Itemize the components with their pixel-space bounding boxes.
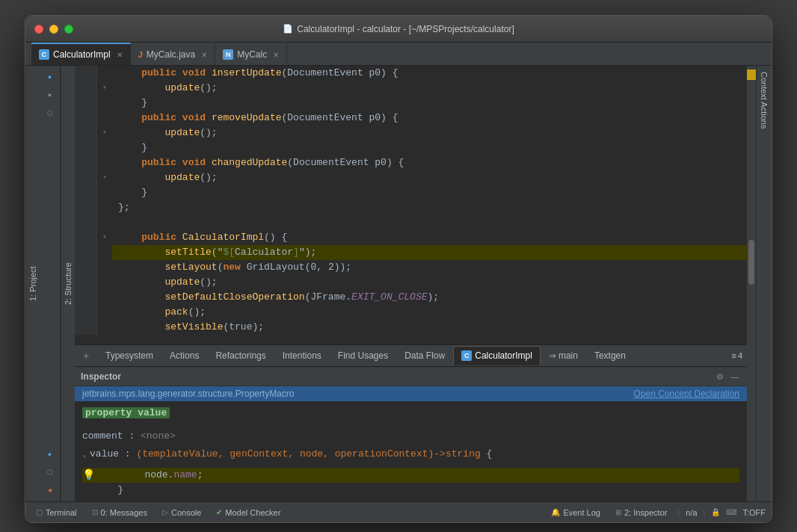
tab-close-mycalc[interactable]: ✕ — [273, 51, 279, 59]
tab-mycalc[interactable]: N MyCalc ✕ — [215, 43, 287, 65]
tab-data-flow[interactable]: Data Flow — [396, 346, 453, 365]
sidebar-item-structure[interactable]: 2: Structure — [61, 66, 75, 501]
code-content — [112, 215, 747, 230]
gutter-icon-6[interactable]: ✦ — [42, 482, 58, 498]
scrollbar-thumb[interactable] — [748, 240, 754, 285]
line-gutter — [75, 66, 97, 81]
fold-gutter[interactable] — [97, 66, 112, 81]
fold-gutter[interactable] — [97, 155, 112, 170]
code-content: update(); — [112, 81, 747, 96]
tab-calculator-impl-bottom[interactable]: C CalculatorImpl — [453, 346, 541, 365]
fold-gutter[interactable] — [97, 96, 112, 111]
gutter-icon-4[interactable]: ● — [42, 446, 58, 463]
fold-gutter[interactable]: ▾ — [97, 126, 112, 140]
maximize-button[interactable] — [64, 25, 73, 34]
inspector-row-value: ▾ value : (templateValue, genContext, no… — [82, 447, 739, 465]
line-gutter — [75, 96, 97, 111]
fold-gutter[interactable]: ▾ — [97, 81, 112, 96]
tab-textgen[interactable]: Textgen — [586, 346, 634, 365]
minimize-button[interactable] — [49, 25, 58, 34]
context-actions-tab[interactable]: Context Actions — [756, 66, 772, 501]
code-line: ▾ update(); — [75, 170, 747, 185]
console-icon: ▷ — [162, 508, 168, 516]
fold-gutter[interactable]: ▾ — [97, 170, 112, 185]
bottom-tab-extras: ≡ 4 — [731, 351, 747, 360]
status-model-checker[interactable]: ✔ Model Checker — [212, 507, 285, 519]
inspector-close-icon[interactable]: — — [729, 371, 741, 383]
fold-gutter[interactable] — [97, 140, 112, 155]
tab-actions[interactable]: Actions — [161, 346, 207, 365]
code-content: public void changedUpdate(DocumentEvent … — [112, 155, 747, 170]
add-tab-button[interactable]: + — [78, 347, 94, 364]
status-bar: ▢ Terminal ⊡ 0: Messages ▷ Console ✔ Mod… — [25, 501, 772, 522]
code-content: } — [112, 140, 747, 155]
line-gutter — [75, 81, 97, 96]
fold-gutter[interactable] — [97, 305, 112, 320]
fold-gutter[interactable] — [97, 215, 112, 230]
tab-mycalc-java[interactable]: J MyCalc.java ✕ — [131, 43, 215, 65]
inspector-row-comment: comment : <none> — [82, 429, 739, 444]
tab-typesystem[interactable]: Typesystem — [97, 346, 161, 365]
scrollbar-right[interactable] — [747, 66, 756, 501]
tab-close-mycalc-java[interactable]: ✕ — [201, 51, 207, 59]
extra-icon-1[interactable]: ≡ — [731, 351, 736, 360]
code-content: update(); — [112, 126, 747, 140]
model-checker-icon: ✔ — [216, 508, 222, 516]
status-messages[interactable]: ⊡ 0: Messages — [87, 507, 152, 519]
fold-gutter[interactable] — [97, 320, 112, 335]
tab-calculatorimpl[interactable]: C CalculatorImpl ✕ — [31, 43, 131, 65]
inspector-status-icon: ⊞ — [615, 508, 621, 516]
code-content: public void removeUpdate(DocumentEvent p… — [112, 111, 747, 126]
status-console[interactable]: ▷ Console — [158, 507, 206, 519]
gutter-icon-3[interactable]: ⬡ — [42, 105, 58, 121]
fold-gutter[interactable] — [97, 275, 112, 290]
tab-find-usages[interactable]: Find Usages — [330, 346, 396, 365]
code-line: setLayout(new GridLayout(0, 2)); — [75, 260, 747, 275]
status-terminal[interactable]: ▢ Terminal — [31, 507, 81, 519]
close-button[interactable] — [34, 25, 43, 34]
status-inspector[interactable]: ⊞ 2: Inspector — [611, 507, 671, 519]
bulb-icon[interactable]: 💡 — [82, 468, 95, 483]
fold-gutter[interactable] — [97, 245, 112, 260]
main-window: 📄 CalculatorImpl - calculator - [~/MPSPr… — [25, 15, 772, 523]
open-concept-link[interactable]: Open Concept Declaration — [634, 389, 739, 399]
code-line: setVisible(true); — [75, 320, 747, 335]
inspector-settings-icon[interactable]: ⚙ — [714, 371, 726, 383]
left-gutter-icons: ● ● ⬡ ● ⬡ ✦ — [40, 66, 61, 501]
code-line: ▾ public CalculatorImpl() { — [75, 230, 747, 245]
code-content: setLayout(new GridLayout(0, 2)); — [112, 260, 747, 275]
tab-refactorings[interactable]: Refactorings — [207, 346, 274, 365]
code-content: setDefaultCloseOperation(JFrame.EXIT_ON_… — [112, 290, 747, 305]
editor-area: public void insertUpdate(DocumentEvent p… — [75, 66, 747, 501]
tab-close-calculatorimpl[interactable]: ✕ — [117, 51, 123, 59]
fold-gutter[interactable] — [97, 260, 112, 275]
gutter-icon-5[interactable]: ⬡ — [42, 464, 58, 480]
fold-icon[interactable]: ▾ — [82, 450, 87, 465]
fold-gutter[interactable] — [97, 200, 112, 215]
fold-gutter[interactable]: ▾ — [97, 230, 112, 245]
line-gutter — [75, 305, 97, 320]
code-line: ▾ update(); — [75, 126, 747, 140]
fold-gutter[interactable] — [97, 185, 112, 200]
fold-gutter[interactable] — [97, 111, 112, 126]
gutter-icon-2[interactable]: ● — [42, 87, 58, 103]
code-line: public void insertUpdate(DocumentEvent p… — [75, 66, 747, 81]
inspector-body-line: 💡 node.name; — [82, 468, 739, 483]
status-off: T:OFF — [742, 508, 766, 517]
code-line — [75, 215, 747, 230]
tab-intentions[interactable]: Intentions — [274, 346, 330, 365]
tab-main[interactable]: ⇒ main — [541, 346, 586, 365]
extra-icon-2[interactable]: 4 — [738, 351, 742, 360]
gutter-icon-1[interactable]: ● — [42, 69, 58, 85]
status-separator2: | — [704, 508, 706, 517]
main-area: 1: Project ● ● ⬡ ● ⬡ ✦ 2: Structure publ… — [25, 66, 772, 501]
tab-icon-java: J — [138, 50, 143, 59]
sidebar-item-project[interactable]: 1: Project — [25, 66, 40, 501]
fold-gutter[interactable] — [97, 290, 112, 305]
status-event-log[interactable]: 🔔 Event Log — [547, 507, 605, 519]
arrow-icon: ⇒ — [549, 350, 556, 361]
editor-tabs: C CalculatorImpl ✕ J MyCalc.java ✕ N MyC… — [25, 43, 772, 66]
line-gutter — [75, 290, 97, 305]
line-gutter — [75, 185, 97, 200]
code-editor[interactable]: public void insertUpdate(DocumentEvent p… — [75, 66, 747, 344]
